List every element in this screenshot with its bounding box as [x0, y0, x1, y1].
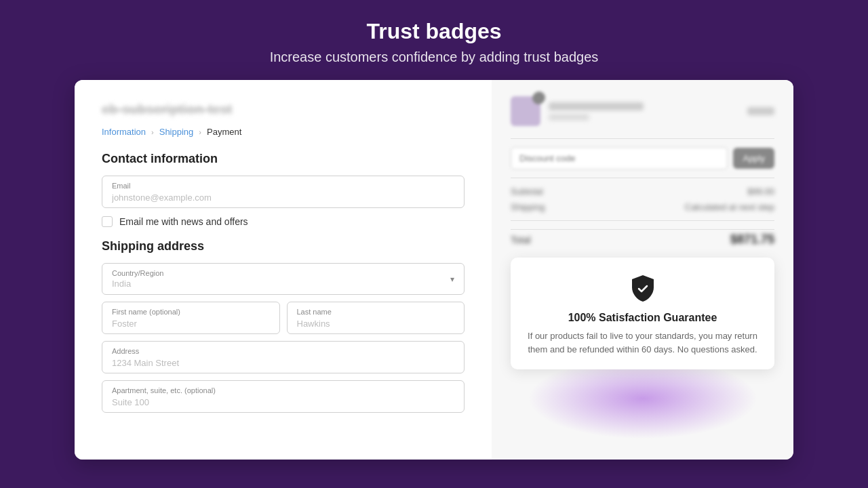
shield-icon [627, 272, 659, 305]
item-details [549, 102, 739, 121]
email-field-group: Email [102, 176, 465, 208]
total-row: Total $871.75 [511, 229, 774, 247]
apt-input[interactable] [112, 397, 454, 407]
country-select-wrapper[interactable]: Country/Region India ▾ [102, 263, 465, 295]
breadcrumb-information[interactable]: Information [102, 127, 146, 137]
newsletter-label: Email me with news and offers [119, 216, 248, 227]
page-title: Trust badges [270, 19, 599, 44]
item-variant [549, 114, 589, 121]
trust-badge-description: If our products fail to live to your sta… [527, 329, 758, 356]
discount-input[interactable] [511, 147, 728, 169]
page-header: Trust badges Increase customers confiden… [270, 0, 599, 80]
last-name-input[interactable] [297, 319, 455, 329]
shipping-label: Shipping [511, 202, 545, 212]
first-name-input[interactable] [112, 319, 270, 329]
discount-row: Apply [511, 147, 774, 169]
newsletter-checkbox[interactable] [102, 216, 113, 227]
divider-2 [511, 178, 774, 178]
breadcrumb-sep-2: › [199, 128, 201, 136]
apt-wrapper[interactable]: Apartment, suite, etc. (optional) [102, 380, 465, 413]
order-item: 1 [511, 96, 774, 126]
last-name-label: Last name [297, 308, 455, 316]
first-name-wrapper[interactable]: First name (optional) [102, 302, 280, 334]
checkout-right-panel: 1 Apply Subtotal $99.00 Shipping Calcula… [492, 80, 793, 460]
checkout-left-panel: cb-subscription-test Information › Shipp… [75, 80, 492, 460]
subtotal-label: Subtotal [511, 186, 543, 197]
address-wrapper[interactable]: Address [102, 341, 465, 373]
divider-3 [511, 220, 774, 221]
trust-badge-glow [528, 358, 758, 439]
apply-discount-button[interactable]: Apply [733, 148, 774, 169]
trust-badge-title: 100% Satisfaction Guarantee [527, 312, 758, 324]
breadcrumb: Information › Shipping › Payment [102, 127, 465, 137]
page-subtitle: Increase customers confidence by adding … [270, 49, 599, 65]
item-quantity-badge: 1 [533, 92, 545, 104]
address-label: Address [112, 347, 454, 355]
shipping-value: Calculated at next step [685, 202, 774, 212]
name-row: First name (optional) Last name [102, 302, 465, 334]
shipping-section: Shipping address Country/Region India ▾ … [102, 239, 465, 413]
country-label: Country/Region [102, 264, 464, 277]
breadcrumb-payment[interactable]: Payment [207, 127, 241, 137]
contact-section-title: Contact information [102, 152, 465, 166]
item-thumbnail: 1 [511, 96, 540, 126]
first-name-label: First name (optional) [112, 308, 270, 316]
email-input-wrapper[interactable]: Email [102, 176, 465, 208]
breadcrumb-sep-1: › [151, 128, 154, 136]
divider-1 [511, 138, 774, 139]
subtotal-row: Subtotal $99.00 [511, 186, 774, 197]
total-label: Total [511, 235, 531, 245]
trust-badge-card: 100% Satisfaction Guarantee If our produ… [511, 258, 774, 369]
shipping-row: Shipping Calculated at next step [511, 202, 774, 212]
item-price [747, 107, 774, 115]
main-card: cb-subscription-test Information › Shipp… [75, 80, 793, 460]
store-name: cb-subscription-test [102, 102, 465, 117]
total-value: $871.75 [730, 232, 774, 247]
apt-label: Apartment, suite, etc. (optional) [112, 386, 454, 394]
item-name [549, 102, 644, 110]
shipping-section-title: Shipping address [102, 239, 465, 253]
country-select[interactable]: India [102, 277, 464, 294]
breadcrumb-shipping[interactable]: Shipping [159, 127, 194, 137]
subtotal-value: $99.00 [747, 186, 774, 197]
newsletter-row: Email me with news and offers [102, 216, 465, 227]
address-input[interactable] [112, 358, 454, 368]
email-input[interactable] [112, 192, 454, 203]
last-name-wrapper[interactable]: Last name [287, 302, 465, 334]
email-label: Email [112, 182, 454, 190]
